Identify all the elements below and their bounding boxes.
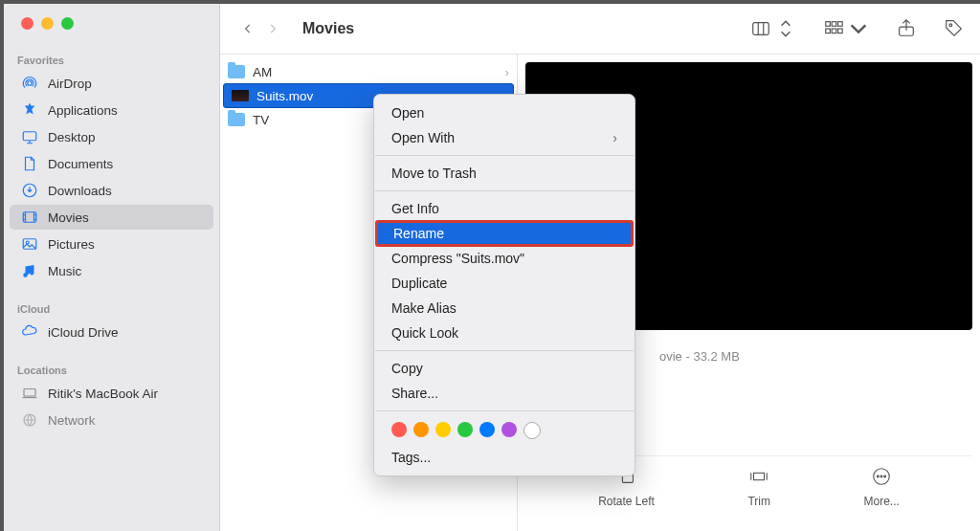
list-item-label: Suits.mov (256, 89, 313, 103)
action-label: Rotate Left (598, 495, 655, 508)
svg-rect-10 (832, 22, 836, 27)
download-icon (21, 182, 38, 199)
sidebar-item-label: Applications (48, 103, 118, 118)
group-by-button[interactable] (823, 18, 869, 39)
laptop-icon (21, 385, 38, 402)
ctx-tags[interactable]: Tags... (374, 445, 635, 470)
chevron-right-icon: › (505, 65, 510, 79)
sidebar-item-label: AirDrop (48, 77, 92, 91)
svg-rect-18 (754, 473, 765, 479)
tag-none[interactable] (523, 422, 541, 439)
sidebar-item-movies[interactable]: Movies (10, 205, 213, 230)
sidebar-item-label: Pictures (48, 237, 95, 252)
svg-rect-11 (838, 22, 843, 27)
ctx-open-with[interactable]: Open With› (374, 125, 635, 150)
sidebar-section-favorites: Favorites (4, 51, 219, 70)
tag-green[interactable] (457, 422, 473, 437)
svg-rect-6 (24, 389, 35, 397)
separator (375, 155, 634, 156)
ctx-get-info[interactable]: Get Info (374, 196, 635, 221)
sidebar-item-pictures[interactable]: Pictures (10, 232, 213, 256)
sidebar-item-icloud-drive[interactable]: iCloud Drive (10, 320, 213, 344)
svg-rect-12 (826, 29, 831, 33)
ctx-copy[interactable]: Copy (374, 356, 635, 381)
globe-icon (21, 411, 38, 429)
toolbar: Movies (220, 4, 980, 55)
ctx-move-to-trash[interactable]: Move to Trash (374, 161, 635, 186)
tag-purple[interactable] (501, 422, 517, 437)
folder-icon (228, 64, 245, 79)
ctx-compress[interactable]: Compress "Suits.mov" (374, 246, 635, 271)
sidebar-item-label: Desktop (48, 130, 96, 144)
sidebar-item-label: Ritik's MacBook Air (48, 387, 158, 401)
folder-icon (228, 112, 245, 127)
sidebar-item-label: Downloads (48, 184, 112, 198)
close-button[interactable] (21, 17, 33, 30)
tag-orange[interactable] (413, 422, 429, 437)
sidebar-item-desktop[interactable]: Desktop (10, 124, 213, 149)
sidebar-item-label: Music (48, 264, 81, 278)
ctx-rename[interactable]: Rename (376, 221, 633, 246)
ctx-quick-look[interactable]: Quick Look (374, 321, 635, 345)
action-label: More... (864, 495, 900, 508)
action-more[interactable]: More... (864, 466, 900, 508)
tags-button[interactable] (944, 17, 965, 41)
svg-point-21 (880, 476, 882, 477)
sidebar-item-music[interactable]: Music (10, 258, 213, 283)
airdrop-icon (21, 75, 38, 92)
window-title: Movies (302, 20, 354, 37)
svg-rect-9 (826, 22, 831, 27)
cloud-icon (21, 323, 38, 341)
column-view-button[interactable] (750, 18, 796, 39)
svg-point-20 (878, 476, 880, 477)
svg-point-0 (28, 81, 33, 86)
ctx-share[interactable]: Share... (374, 381, 635, 406)
zoom-button[interactable] (61, 17, 74, 30)
sidebar-item-downloads[interactable]: Downloads (10, 178, 213, 203)
separator (375, 190, 634, 191)
back-button[interactable] (235, 15, 260, 42)
sidebar-item-label: iCloud Drive (48, 325, 119, 340)
svg-point-16 (949, 23, 952, 26)
separator (375, 410, 634, 411)
list-item-label: AM (253, 65, 272, 79)
action-trim[interactable]: Trim (746, 466, 771, 508)
share-button[interactable] (896, 17, 917, 41)
list-item-label: TV (253, 113, 269, 127)
movies-icon (21, 209, 38, 226)
svg-point-22 (884, 476, 886, 477)
movie-file-icon (232, 88, 249, 103)
pictures-icon (21, 235, 38, 253)
ctx-make-alias[interactable]: Make Alias (374, 296, 635, 321)
sidebar-item-label: Documents (48, 157, 113, 171)
svg-rect-1 (23, 132, 36, 141)
svg-rect-8 (753, 23, 769, 35)
ctx-duplicate[interactable]: Duplicate (374, 271, 635, 296)
sidebar-item-network[interactable]: Network (10, 408, 213, 432)
doc-icon (21, 155, 38, 172)
context-menu: Open Open With› Move to Trash Get Info R… (373, 94, 635, 476)
ctx-open[interactable]: Open (374, 100, 635, 125)
list-item-folder[interactable]: AM › (220, 60, 517, 83)
svg-rect-13 (832, 29, 836, 33)
forward-button[interactable] (260, 15, 285, 42)
tag-blue[interactable] (479, 422, 495, 437)
action-label: Trim (747, 495, 770, 508)
sidebar-item-airdrop[interactable]: AirDrop (10, 71, 213, 96)
svg-rect-14 (838, 29, 843, 33)
tag-red[interactable] (391, 422, 407, 437)
sidebar-item-label: Movies (48, 210, 89, 225)
desktop-icon (21, 128, 38, 145)
sidebar-section-icloud: iCloud (4, 299, 219, 319)
finder-sidebar: Favorites AirDrop Applications Desktop D… (4, 4, 220, 531)
separator (375, 350, 634, 351)
tag-yellow[interactable] (435, 422, 451, 437)
ctx-tag-colors (374, 416, 635, 445)
sidebar-item-applications[interactable]: Applications (10, 98, 213, 122)
chevron-right-icon: › (612, 130, 617, 145)
minimize-button[interactable] (41, 17, 54, 30)
sidebar-item-macbook[interactable]: Ritik's MacBook Air (10, 381, 213, 406)
window-traffic-lights (4, 17, 219, 30)
sidebar-section-locations: Locations (4, 361, 219, 380)
sidebar-item-documents[interactable]: Documents (10, 151, 213, 176)
